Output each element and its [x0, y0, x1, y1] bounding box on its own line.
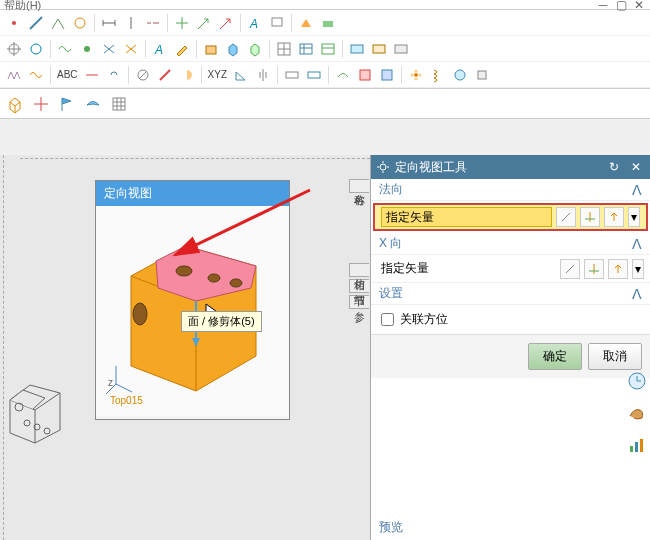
wireframe-part[interactable] [5, 365, 75, 445]
tool-grid1-icon[interactable] [274, 39, 294, 59]
panel-close-icon[interactable]: ✕ [628, 159, 644, 175]
side-tab-detail[interactable]: 细节 [349, 279, 369, 293]
tool-dimh2-icon[interactable] [82, 65, 102, 85]
ok-button[interactable]: 确定 [528, 343, 582, 370]
tool-point-icon[interactable] [4, 13, 24, 33]
tool-weld-icon[interactable] [296, 13, 316, 33]
tool-dim-v-icon[interactable] [121, 13, 141, 33]
tool-link-icon[interactable] [104, 65, 124, 85]
tool-circ2-icon[interactable] [26, 39, 46, 59]
panel-title: 定向视图工具 [395, 159, 467, 176]
tool-arrow-g-icon[interactable] [194, 13, 214, 33]
side-tab-name[interactable]: 名称 [349, 179, 369, 193]
collapse-icon[interactable]: ᐱ [632, 286, 642, 302]
tool-grid4-icon[interactable] [369, 39, 389, 59]
vector2-pick-icon[interactable] [560, 259, 580, 279]
side-tab-similar[interactable]: 相仿 [349, 263, 369, 277]
vector2-axis-icon[interactable] [584, 259, 604, 279]
tool-node-icon[interactable] [77, 39, 97, 59]
toolbar-row-1: A [0, 10, 650, 36]
menu-help[interactable]: 帮助(H) [4, 0, 41, 13]
tool-font-a-icon[interactable]: A [150, 39, 170, 59]
vector-dropdown-icon[interactable]: ▾ [628, 207, 640, 227]
side-tab-param[interactable]: 参 [349, 295, 369, 309]
view-iso-icon[interactable] [4, 93, 26, 115]
tool-zigzag-icon[interactable] [4, 65, 24, 85]
toolbar-row-3: ABC XYZ [0, 62, 650, 88]
clock-icon[interactable] [626, 370, 648, 392]
tool-flower-icon[interactable] [406, 65, 426, 85]
tool-grid5-icon[interactable] [391, 39, 411, 59]
svg-rect-31 [395, 45, 407, 53]
tool-gtol2-icon[interactable] [304, 65, 324, 85]
tool-flow-icon[interactable] [55, 39, 75, 59]
tool-table2-icon[interactable] [318, 39, 338, 59]
tool-valve-icon[interactable] [99, 39, 119, 59]
section-normal[interactable]: 法向 ᐱ [371, 179, 650, 201]
tool-cross-icon[interactable] [172, 13, 192, 33]
view-flag-icon[interactable] [56, 93, 78, 115]
tool-half-icon[interactable] [177, 65, 197, 85]
section-settings[interactable]: 设置 ᐱ [371, 283, 650, 305]
tool-ball-icon[interactable] [450, 65, 470, 85]
vector2-dropdown-icon[interactable]: ▾ [632, 259, 644, 279]
dragon-icon[interactable] [626, 402, 648, 424]
tool-dim-h-icon[interactable] [99, 13, 119, 33]
svg-rect-41 [360, 70, 370, 80]
tool-circle-icon[interactable] [70, 13, 90, 33]
minimize-button[interactable]: ─ [596, 0, 610, 12]
vector2-reverse-icon[interactable] [608, 259, 628, 279]
assoc-orientation-checkbox[interactable] [381, 313, 394, 326]
panel-refresh-icon[interactable]: ↻ [606, 159, 622, 175]
cancel-button[interactable]: 取消 [588, 343, 642, 370]
close-button[interactable]: ✕ [632, 0, 646, 12]
view-grid-icon[interactable] [108, 93, 130, 115]
tool-table-icon[interactable] [296, 39, 316, 59]
tool-grid3-icon[interactable] [347, 39, 367, 59]
tool-dia-icon[interactable] [133, 65, 153, 85]
svg-rect-27 [322, 44, 334, 54]
tool-extra-icon[interactable] [472, 65, 492, 85]
view-cross-icon[interactable] [30, 93, 52, 115]
drawing-canvas[interactable]: 定向视图 [0, 155, 370, 540]
tool-sect2-icon[interactable] [377, 65, 397, 85]
tool-misc1-icon[interactable] [318, 13, 338, 33]
orient-view-body[interactable]: 面 / 修剪体(5) z Top015 [96, 206, 289, 416]
tool-slash-icon[interactable] [155, 65, 175, 85]
tool-box-o-icon[interactable] [201, 39, 221, 59]
tool-pen-icon[interactable] [172, 39, 192, 59]
tool-angle2-icon[interactable] [231, 65, 251, 85]
tool-line-icon[interactable] [26, 13, 46, 33]
tool-target-icon[interactable] [4, 39, 24, 59]
view-bird-icon[interactable] [82, 93, 104, 115]
tool-text-a-icon[interactable]: A [245, 13, 265, 33]
svg-point-17 [31, 44, 41, 54]
tool-annotate-icon[interactable] [267, 13, 287, 33]
collapse-icon[interactable]: ᐱ [632, 182, 642, 198]
chart-icon[interactable] [626, 434, 648, 456]
tool-cube-icon[interactable] [223, 39, 243, 59]
tool-spring-icon[interactable] [428, 65, 448, 85]
vector-pick-icon[interactable] [556, 207, 576, 227]
tool-valve2-icon[interactable] [121, 39, 141, 59]
tool-gtol-icon[interactable] [282, 65, 302, 85]
tool-surf-icon[interactable] [333, 65, 353, 85]
vector-axis-icon[interactable] [580, 207, 600, 227]
restore-button[interactable]: ▢ [614, 0, 628, 12]
tool-sym-icon[interactable] [253, 65, 273, 85]
svg-point-0 [12, 21, 16, 25]
tool-dim-chain-icon[interactable] [143, 13, 163, 33]
section-xdir[interactable]: X 向 ᐱ [371, 233, 650, 255]
vector2-input[interactable] [377, 259, 556, 279]
tool-sect-icon[interactable] [355, 65, 375, 85]
svg-rect-13 [323, 21, 333, 27]
vector1-input[interactable] [381, 207, 552, 227]
tool-arrow-r-icon[interactable] [216, 13, 236, 33]
vector-reverse-icon[interactable] [604, 207, 624, 227]
tool-angle-icon[interactable] [48, 13, 68, 33]
tool-wave-icon[interactable] [26, 65, 46, 85]
right-edge-icons [626, 370, 648, 456]
collapse-icon[interactable]: ᐱ [632, 236, 642, 252]
tool-cube2-icon[interactable] [245, 39, 265, 59]
svg-rect-29 [351, 45, 363, 53]
